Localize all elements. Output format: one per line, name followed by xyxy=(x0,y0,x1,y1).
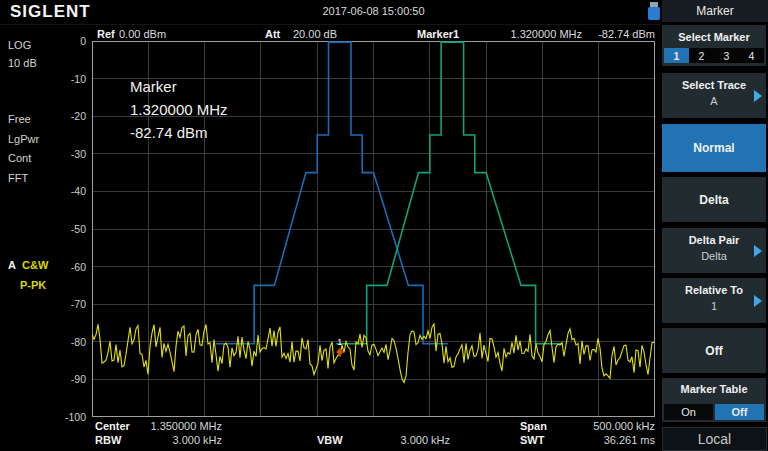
y-axis-tick-label: 0 xyxy=(54,35,86,47)
marker-off-button[interactable]: Off xyxy=(662,328,766,373)
delta-pair-button[interactable]: Delta Pair Delta xyxy=(662,228,766,273)
delta-pair-value: Delta xyxy=(662,246,766,262)
normal-button[interactable]: Normal xyxy=(662,124,766,172)
attenuation-label: Att xyxy=(265,28,280,40)
select-trace-button[interactable]: Select Trace A xyxy=(662,73,766,118)
scale-per-div-label: 10 dB xyxy=(8,57,37,69)
power-label: LgPwr xyxy=(8,133,39,145)
y-axis-tick-label: -20 xyxy=(54,110,86,122)
vbw-value: 3.000 kHz xyxy=(378,434,450,446)
marker1-amplitude: -82.74 dBm xyxy=(560,28,655,40)
local-button[interactable]: Local xyxy=(662,427,767,451)
marker-number-row: 1 2 3 4 xyxy=(664,48,764,63)
softkey-menu-panel: Marker Select Marker 1 2 3 4 Select Trac… xyxy=(660,0,768,451)
select-trace-value: A xyxy=(662,91,766,107)
relative-to-label: Relative To xyxy=(662,278,766,296)
submenu-arrow-icon xyxy=(754,245,762,257)
delta-button[interactable]: Delta xyxy=(662,177,766,222)
rbw-label: RBW xyxy=(95,434,121,446)
y-axis-tick-label: -60 xyxy=(54,261,86,273)
marker-table-toggle: On Off xyxy=(664,404,764,420)
y-axis-tick-label: -10 xyxy=(54,73,86,85)
detector-label: P-PK xyxy=(20,279,46,291)
y-axis-tick-label: -80 xyxy=(54,336,86,348)
datetime-display: 2017-06-08 15:00:50 xyxy=(92,5,655,17)
marker-1-number-label: 1 xyxy=(337,337,342,347)
swt-label: SWT xyxy=(520,434,544,446)
marker-readout-amplitude: -82.74 dBm xyxy=(130,121,228,144)
relative-to-value: 1 xyxy=(662,296,766,312)
select-marker-button[interactable]: Select Marker 1 2 3 4 xyxy=(662,25,766,66)
trigger-label: Free xyxy=(8,113,31,125)
submenu-arrow-icon xyxy=(754,90,762,102)
marker-1-dot xyxy=(336,348,343,356)
marker-readout-frequency: 1.320000 MHz xyxy=(130,98,228,121)
y-axis-tick-label: -100 xyxy=(54,411,86,423)
y-axis-tick-label: -70 xyxy=(54,298,86,310)
marker-table-button[interactable]: Marker Table On Off xyxy=(662,378,766,422)
marker-readout-box: Marker 1.320000 MHz -82.74 dBm xyxy=(130,75,228,144)
delta-pair-label: Delta Pair xyxy=(662,228,766,246)
usb-icon-body xyxy=(648,7,660,20)
y-axis-tick-label: -90 xyxy=(54,373,86,385)
marker-table-off-option[interactable]: Off xyxy=(715,404,764,420)
normal-button-label: Normal xyxy=(693,141,734,155)
y-axis-tick-label: -40 xyxy=(54,185,86,197)
scale-type-label: LOG xyxy=(8,39,31,51)
marker-4-option[interactable]: 4 xyxy=(739,48,764,63)
center-freq-label: Center xyxy=(95,420,130,432)
submenu-arrow-icon xyxy=(754,295,762,307)
delta-button-label: Delta xyxy=(699,193,728,207)
ref-level-label: Ref xyxy=(97,28,115,40)
sweep-label: Cont xyxy=(8,152,31,164)
y-axis-tick-label: -50 xyxy=(54,223,86,235)
marker-3-option[interactable]: 3 xyxy=(714,48,739,63)
vbw-label: VBW xyxy=(317,434,343,446)
top-status-bar: SIGLENT 2017-06-08 15:00:50 xyxy=(0,0,660,25)
span-label: Span xyxy=(520,420,547,432)
marker1-label: Marker1 xyxy=(417,28,459,40)
marker-table-on-option[interactable]: On xyxy=(664,404,713,420)
center-freq-value: 1.350000 MHz xyxy=(150,420,222,432)
spectrum-plot-area: 1 Marker 1.320000 MHz -82.74 dBm xyxy=(92,41,655,417)
trace-type-label: C&W xyxy=(22,259,48,271)
ref-level-value: 0.00 dBm xyxy=(119,28,166,40)
brand-logo: SIGLENT xyxy=(10,2,91,22)
relative-to-button[interactable]: Relative To 1 xyxy=(662,278,766,323)
y-axis-tick-label: -30 xyxy=(54,148,86,160)
marker-1-option[interactable]: 1 xyxy=(664,48,689,63)
menu-title: Marker xyxy=(662,0,768,22)
select-trace-label: Select Trace xyxy=(662,73,766,91)
usb-icon xyxy=(648,2,660,21)
trace-c-filter-shape xyxy=(336,42,562,344)
attenuation-value: 20.00 dB xyxy=(293,28,337,40)
select-marker-label: Select Marker xyxy=(662,25,766,43)
spectrum-analyzer-screen: SIGLENT 2017-06-08 15:00:50 Ref 0.00 dBm… xyxy=(0,0,768,451)
marker-table-label: Marker Table xyxy=(662,378,766,395)
fft-mode-label: FFT xyxy=(8,172,28,184)
marker-off-label: Off xyxy=(705,344,722,358)
span-value: 500.000 kHz xyxy=(558,420,655,432)
marker-2-option[interactable]: 2 xyxy=(689,48,714,63)
trace-letter-label: A xyxy=(8,259,16,271)
marker-readout-title: Marker xyxy=(130,75,228,98)
swt-value: 36.261 ms xyxy=(558,434,655,446)
rbw-value: 3.000 kHz xyxy=(150,434,222,446)
